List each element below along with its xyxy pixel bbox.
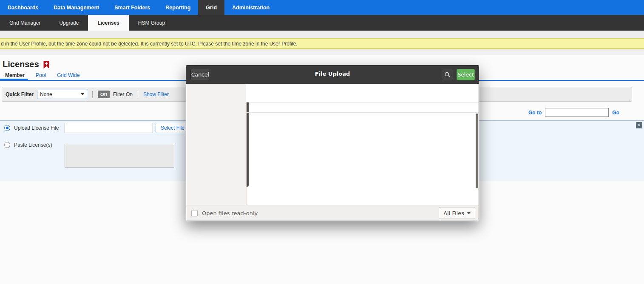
file-upload-dialog: Cancel File Upload Select Open files rea… — [186, 65, 479, 221]
show-filter-link[interactable]: Show Filter — [143, 91, 169, 97]
subnav-item-upgrade[interactable]: Upgrade — [50, 15, 88, 31]
license-file-input[interactable] — [65, 123, 153, 133]
upload-file-option: Upload License File — [4, 125, 59, 131]
nav-item-data-management[interactable]: Data Management — [46, 0, 107, 15]
file-list — [246, 102, 479, 206]
nav-item-administration[interactable]: Administration — [224, 0, 277, 15]
paste-license-radio[interactable] — [4, 142, 10, 148]
go-button[interactable]: Go — [612, 110, 619, 116]
goto-input[interactable] — [545, 108, 609, 117]
paste-license-label: Paste License(s) — [14, 142, 52, 148]
chevron-down-icon — [467, 212, 471, 216]
path-bar — [246, 84, 479, 102]
quick-filter-select[interactable]: None — [37, 90, 87, 99]
tab-grid-wide[interactable]: Grid Wide — [57, 72, 79, 78]
divider — [138, 91, 138, 98]
dialog-header: Cancel File Upload Select — [186, 65, 479, 84]
nav-item-smart-folders[interactable]: Smart Folders — [107, 0, 158, 15]
secondary-nav: Grid ManagerUpgradeLicensesHSM Group — [0, 15, 644, 31]
nav-spacer — [0, 31, 644, 38]
dialog-body — [186, 84, 479, 221]
licenses-page: { "nav_primary": [ {"label": "Dashboards… — [0, 0, 644, 284]
tab-pool[interactable]: Pool — [36, 72, 46, 78]
read-only-label: Open files read-only — [202, 210, 258, 216]
divider — [92, 91, 93, 98]
goto-label: Go to — [528, 110, 542, 116]
upload-file-label: Upload License File — [14, 125, 59, 131]
file-filter-value: All Files — [443, 210, 464, 216]
select-file-button[interactable]: Select File — [156, 123, 190, 133]
nav-item-dashboards[interactable]: Dashboards — [0, 0, 46, 15]
banner-text: d in the User Profile, but the time zone… — [1, 41, 298, 47]
search-icon — [444, 71, 451, 78]
subnav-item-hsm-group[interactable]: HSM Group — [129, 15, 174, 31]
goto-row: Go to Go — [528, 108, 619, 117]
quick-filter-value: None — [40, 91, 52, 97]
file-list-scrollbar[interactable] — [476, 114, 478, 188]
quick-filter-label: Quick Filter — [6, 91, 34, 97]
chevron-down-icon — [81, 93, 84, 97]
subnav-item-licenses[interactable]: Licenses — [88, 15, 128, 31]
close-icon[interactable]: × — [636, 122, 642, 128]
dialog-main — [246, 84, 479, 221]
search-button[interactable] — [442, 69, 453, 80]
paste-license-textarea[interactable] — [65, 144, 174, 168]
nav-item-reporting[interactable]: Reporting — [158, 0, 198, 15]
filter-toggle[interactable]: Off — [98, 91, 110, 98]
banner-spacer — [0, 49, 644, 55]
upload-file-radio[interactable] — [4, 125, 10, 131]
places-sidebar — [186, 84, 246, 221]
filter-on-label: Filter On — [113, 91, 133, 97]
subnav-item-grid-manager[interactable]: Grid Manager — [0, 15, 50, 31]
nav-item-grid[interactable]: Grid — [198, 0, 224, 15]
bookmark-icon[interactable] — [43, 61, 49, 69]
timezone-warning-banner: d in the User Profile, but the time zone… — [0, 38, 644, 49]
page-title: Licenses — [3, 60, 39, 69]
dialog-title: File Upload — [186, 71, 479, 77]
read-only-checkbox[interactable] — [191, 210, 198, 216]
file-filter-dropdown[interactable]: All Files — [439, 207, 475, 219]
file-list-header — [247, 102, 479, 113]
tab-member[interactable]: Member — [5, 72, 25, 78]
select-button[interactable]: Select — [457, 69, 475, 80]
paste-license-option: Paste License(s) — [4, 142, 52, 148]
dialog-footer: Open files read-only All Files — [186, 205, 479, 221]
primary-nav: DashboardsData ManagementSmart FoldersRe… — [0, 0, 644, 15]
